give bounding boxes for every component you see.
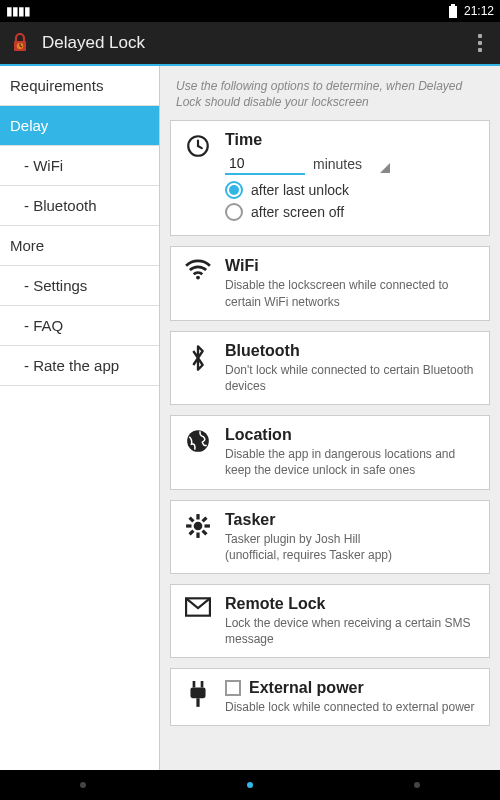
signal-icon: ▮▮▮▮ — [6, 4, 30, 18]
radio-label: after screen off — [251, 204, 344, 220]
sidebar-item-requirements[interactable]: Requirements — [0, 66, 159, 106]
wifi-title: WiFi — [225, 257, 477, 275]
sidebar-item-rate[interactable]: - Rate the app — [0, 346, 159, 386]
app-title: Delayed Lock — [42, 33, 468, 53]
radio-icon — [225, 203, 243, 221]
radio-after-screen-off[interactable]: after screen off — [225, 203, 477, 221]
external-power-card[interactable]: External power Disable lock while connec… — [170, 668, 490, 726]
power-desc: Disable lock while connected to external… — [225, 699, 477, 715]
sidebar-item-delay[interactable]: Delay — [0, 106, 159, 146]
location-title: Location — [225, 426, 477, 444]
radio-after-unlock[interactable]: after last unlock — [225, 181, 477, 199]
radio-label: after last unlock — [251, 182, 349, 198]
svg-rect-12 — [201, 516, 207, 522]
bluetooth-title: Bluetooth — [225, 342, 477, 360]
sidebar-item-more[interactable]: More — [0, 226, 159, 266]
remote-desc: Lock the device when receiving a certain… — [225, 615, 477, 647]
svg-rect-18 — [201, 681, 204, 687]
nav-home-icon[interactable] — [247, 782, 253, 788]
time-card[interactable]: Time minutes after last unlock after scr… — [170, 120, 490, 236]
svg-rect-10 — [186, 524, 191, 527]
nav-recent-icon[interactable] — [414, 782, 420, 788]
power-title: External power — [249, 679, 364, 697]
svg-rect-1 — [449, 6, 457, 18]
power-checkbox[interactable] — [225, 680, 241, 696]
svg-rect-8 — [196, 514, 199, 519]
tasker-desc: Tasker plugin by Josh Hill (unofficial, … — [225, 531, 477, 563]
wifi-desc: Disable the lockscreen while connected t… — [225, 277, 477, 309]
time-input[interactable] — [225, 153, 305, 175]
plug-icon — [183, 679, 213, 715]
bluetooth-icon — [183, 342, 213, 394]
svg-rect-0 — [451, 4, 455, 6]
spinner-icon[interactable] — [380, 163, 390, 173]
sidebar-item-bluetooth[interactable]: - Bluetooth — [0, 186, 159, 226]
svg-rect-13 — [188, 529, 194, 535]
sidebar-item-faq[interactable]: - FAQ — [0, 306, 159, 346]
tasker-card[interactable]: Tasker Tasker plugin by Josh Hill (unoff… — [170, 500, 490, 574]
nav-back-icon[interactable] — [80, 782, 86, 788]
overflow-menu-button[interactable] — [468, 31, 492, 55]
bluetooth-card[interactable]: Bluetooth Don't lock while connected to … — [170, 331, 490, 405]
hint-text: Use the following options to determine, … — [170, 76, 490, 120]
time-unit: minutes — [313, 156, 362, 172]
sidebar-item-settings[interactable]: - Settings — [0, 266, 159, 306]
action-bar: Delayed Lock — [0, 22, 500, 66]
main-panel: Use the following options to determine, … — [160, 66, 500, 770]
clock-icon — [183, 131, 213, 225]
svg-point-7 — [194, 521, 203, 530]
globe-icon — [183, 426, 213, 478]
svg-rect-20 — [196, 698, 199, 707]
status-bar: ▮▮▮▮ 21:12 — [0, 0, 500, 22]
time-title: Time — [225, 131, 477, 149]
remote-lock-card[interactable]: Remote Lock Lock the device when receivi… — [170, 584, 490, 658]
remote-title: Remote Lock — [225, 595, 477, 613]
sidebar-item-wifi[interactable]: - WiFi — [0, 146, 159, 186]
nav-bar — [0, 770, 500, 800]
svg-rect-11 — [205, 524, 210, 527]
app-icon — [8, 31, 32, 55]
radio-icon — [225, 181, 243, 199]
wifi-card[interactable]: WiFi Disable the lockscreen while connec… — [170, 246, 490, 320]
location-card[interactable]: Location Disable the app in dangerous lo… — [170, 415, 490, 489]
svg-rect-17 — [193, 681, 196, 687]
svg-point-6 — [187, 430, 209, 452]
envelope-icon — [183, 595, 213, 647]
status-time: 21:12 — [464, 4, 494, 18]
location-desc: Disable the app in dangerous locations a… — [225, 446, 477, 478]
bluetooth-desc: Don't lock while connected to certain Bl… — [225, 362, 477, 394]
svg-rect-14 — [188, 516, 194, 522]
svg-point-5 — [196, 276, 200, 280]
tasker-title: Tasker — [225, 511, 477, 529]
wifi-icon — [183, 257, 213, 309]
battery-icon — [448, 4, 458, 18]
svg-rect-19 — [190, 688, 205, 699]
svg-rect-15 — [201, 529, 207, 535]
svg-rect-9 — [196, 532, 199, 537]
sidebar: Requirements Delay - WiFi - Bluetooth Mo… — [0, 66, 160, 770]
gear-icon — [183, 511, 213, 563]
